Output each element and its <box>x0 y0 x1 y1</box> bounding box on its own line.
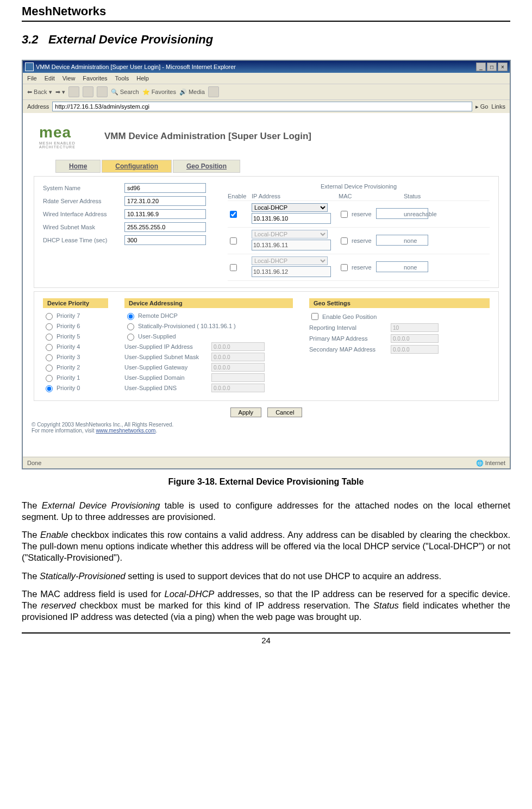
minimize-button[interactable]: _ <box>476 62 486 71</box>
reserve-label: reserve <box>352 237 372 244</box>
paragraph-3: The Statically-Provisioned setting is us… <box>22 570 510 582</box>
rdate-input[interactable] <box>124 196 206 206</box>
user-ip-input[interactable] <box>211 342 265 351</box>
priority-radio[interactable] <box>46 313 53 320</box>
document-header: MeshNetworks <box>22 0 510 22</box>
stop-icon[interactable] <box>68 86 79 97</box>
secondary-map-input[interactable] <box>391 345 439 354</box>
lower-panel: Device Priority Priority 7 Priority 6 Pr… <box>34 291 499 401</box>
address-bar: Address ▸ Go Links <box>23 100 510 114</box>
menu-bar: File Edit View Favorites Tools Help <box>23 73 510 84</box>
user-ip-label: User-Supplied IP Address <box>124 343 211 350</box>
priority-radio[interactable] <box>46 365 53 372</box>
edp-reserve-checkbox[interactable] <box>341 264 348 271</box>
edp-enable-checkbox[interactable] <box>230 211 237 218</box>
maximize-button[interactable]: □ <box>487 62 497 71</box>
copyright-text: © Copyright 2003 MeshNetworks Inc., All … <box>32 422 173 428</box>
edp-reserve-checkbox[interactable] <box>341 237 348 244</box>
edp-status: none <box>404 237 490 244</box>
status-done: Done <box>27 460 41 466</box>
window-titlebar: VMM Device Administration [Super User Lo… <box>23 61 510 73</box>
user-mask-label: User-Supplied Subnet Mask <box>124 354 211 360</box>
rdate-label: Rdate Server Address <box>43 198 124 204</box>
dhcp-lease-input[interactable] <box>124 235 206 245</box>
edp-ip-input[interactable] <box>252 240 331 250</box>
status-zone: 🌐 Internet <box>476 460 505 467</box>
priority-radio[interactable] <box>46 334 53 341</box>
user-domain-input[interactable] <box>211 373 265 382</box>
reserve-label: reserve <box>352 211 372 217</box>
priority-label: Priority 6 <box>57 323 80 329</box>
edp-type-select[interactable]: Local-DHCP <box>252 256 328 265</box>
history-icon[interactable] <box>208 86 219 97</box>
menu-edit[interactable]: Edit <box>45 75 55 81</box>
links-label[interactable]: Links <box>491 103 505 110</box>
enable-geo-checkbox[interactable] <box>311 313 318 320</box>
apply-button[interactable]: Apply <box>230 407 262 417</box>
edp-row: Local-DHCP reserve none <box>228 228 490 254</box>
edp-type-select[interactable]: Local-DHCP <box>252 230 328 239</box>
menu-favorites[interactable]: Favorites <box>83 75 107 81</box>
edp-header-status: Status <box>404 193 490 199</box>
search-button[interactable]: 🔍 Search <box>111 89 139 96</box>
meshnetworks-link[interactable]: www.meshnetworks.com <box>96 428 155 434</box>
section-heading: 3.2 External Device Provisioning <box>22 33 510 47</box>
edp-ip-input[interactable] <box>252 266 331 277</box>
home-icon[interactable] <box>97 86 108 97</box>
priority-label: Priority 3 <box>57 354 80 360</box>
logo-text: mea <box>39 124 88 141</box>
favorites-button[interactable]: ⭐ Favorites <box>142 89 176 96</box>
cancel-button[interactable]: Cancel <box>267 407 302 417</box>
menu-file[interactable]: File <box>27 75 37 81</box>
forward-button[interactable]: ➡ ▾ <box>55 89 65 96</box>
priority-radio[interactable] <box>46 375 53 382</box>
go-button[interactable]: ▸ Go <box>475 103 489 110</box>
user-gw-input[interactable] <box>211 363 265 372</box>
tab-configuration[interactable]: Configuration <box>102 160 172 173</box>
page-title: VMM Device Administration [Super User Lo… <box>104 131 311 142</box>
paragraph-2: The Enable checkbox indicates this row c… <box>22 529 510 563</box>
user-mask-input[interactable] <box>211 353 265 361</box>
tab-home[interactable]: Home <box>55 160 101 173</box>
media-button[interactable]: 🔊 Media <box>179 89 205 96</box>
edp-type-select[interactable]: Local-DHCP <box>252 203 328 212</box>
primary-map-input[interactable] <box>391 334 439 343</box>
menu-tools[interactable]: Tools <box>115 75 129 81</box>
priority-radio[interactable] <box>46 385 53 392</box>
address-input[interactable] <box>52 102 472 111</box>
edp-ip-input[interactable] <box>252 213 331 224</box>
edp-reserve-checkbox[interactable] <box>341 211 348 218</box>
system-name-input[interactable] <box>124 183 206 193</box>
close-button[interactable]: × <box>498 62 508 71</box>
addressing-label: Remote DHCP <box>138 312 178 319</box>
menu-view[interactable]: View <box>62 75 76 81</box>
addressing-radio[interactable] <box>127 323 134 330</box>
menu-help[interactable]: Help <box>136 75 149 81</box>
wired-if-input[interactable] <box>124 209 206 219</box>
section-number: 3.2 <box>22 33 39 46</box>
user-dns-input[interactable] <box>211 384 265 392</box>
priority-label: Priority 7 <box>57 312 80 319</box>
reporting-input[interactable] <box>391 323 439 332</box>
priority-radio[interactable] <box>46 354 53 361</box>
enable-geo-label: Enable Geo Position <box>322 313 377 320</box>
system-name-label: System Name <box>43 185 124 191</box>
reserve-label: reserve <box>352 264 372 271</box>
tab-geo-position[interactable]: Geo Position <box>173 160 240 173</box>
addressing-radio[interactable] <box>127 313 134 320</box>
addressing-label: Statically-Provisioned ( 10.131.96.1 ) <box>138 323 236 329</box>
wired-if-label: Wired Interface Address <box>43 211 124 217</box>
back-button[interactable]: ⬅ Back ▾ <box>27 89 52 96</box>
priority-label: Priority 2 <box>57 364 80 371</box>
refresh-icon[interactable] <box>83 86 93 97</box>
priority-label: Priority 0 <box>57 385 80 391</box>
page-number: 24 <box>22 632 510 645</box>
edp-enable-checkbox[interactable] <box>230 237 237 244</box>
priority-radio[interactable] <box>46 323 53 330</box>
wired-mask-input[interactable] <box>124 222 206 232</box>
edp-enable-checkbox[interactable] <box>230 264 237 271</box>
screenshot-container: VMM Device Administration [Super User Lo… <box>22 60 511 469</box>
secondary-map-label: Secondary MAP Address <box>309 346 391 353</box>
addressing-radio[interactable] <box>127 334 134 341</box>
priority-radio[interactable] <box>46 344 53 351</box>
